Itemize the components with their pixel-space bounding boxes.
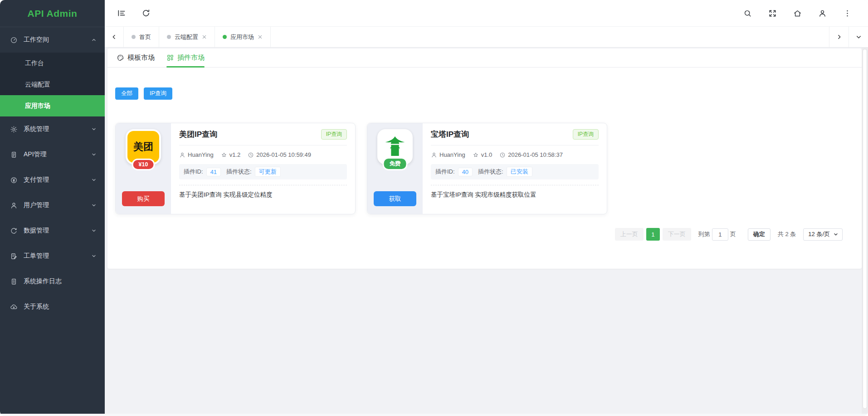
tabs-scroll-left-icon[interactable]: [105, 27, 123, 47]
sidebar: API Admin 工作空间 工作台 云端配置 应用市场: [0, 0, 105, 414]
plugin-status-label: 插件状态:: [226, 168, 252, 176]
chevron-down-icon: [91, 152, 97, 157]
chevron-down-icon: [833, 232, 839, 237]
buy-button[interactable]: 购买: [122, 191, 165, 206]
page-number-1[interactable]: 1: [646, 228, 660, 241]
star-icon: [221, 152, 227, 158]
tab-app-market[interactable]: 应用市场: [215, 27, 271, 47]
tabs-scroll-right-icon[interactable]: [829, 27, 848, 47]
sidebar-item-api-mgmt[interactable]: API管理: [0, 142, 105, 167]
sidebar-item-label: API管理: [24, 150, 47, 159]
sidebar-item-ticket-mgmt[interactable]: 工单管理: [0, 243, 105, 269]
plugin-status-label: 插件状态:: [478, 168, 503, 176]
scrollbar-thumb[interactable]: [863, 49, 867, 409]
clock-icon: [248, 152, 254, 158]
sidebar-item-label: 用户管理: [24, 201, 49, 209]
home-icon[interactable]: [793, 9, 802, 18]
clock-icon: [499, 152, 506, 158]
data-sync-icon: [10, 227, 18, 235]
category-filters: 全部 IP查询: [115, 87, 862, 100]
app-window: API Admin 工作空间 工作台 云端配置 应用市场: [0, 0, 868, 416]
window-bottom-edge: [0, 414, 868, 416]
market-tab-label: 模板市场: [127, 53, 155, 62]
close-icon[interactable]: [258, 34, 263, 39]
page-size-select[interactable]: 12 条/页: [803, 228, 843, 241]
plugin-info-bar: 插件ID: 41 插件状态: 可更新: [179, 164, 347, 179]
sidebar-item-label: 支付管理: [24, 176, 49, 184]
sidebar-item-workspace[interactable]: 工作空间: [0, 27, 105, 53]
sidebar-item-system-mgmt[interactable]: 系统管理: [0, 116, 105, 142]
tab-status-dot: [132, 35, 136, 39]
content-area: 模板市场 插件市场 全部 IP查询: [105, 48, 868, 414]
next-page-button[interactable]: 下一页: [663, 228, 691, 241]
plugin-description: 基于美团IP查询 实现县级定位精度: [179, 191, 347, 199]
plugin-id-value: 40: [458, 168, 473, 176]
close-icon[interactable]: [202, 34, 207, 39]
dashboard-icon: [10, 36, 18, 44]
plugin-version: v1.2: [229, 151, 241, 158]
plugin-card-body: 美团IP查询 IP查询 HuanYing: [171, 123, 355, 214]
price-badge: ¥10: [132, 159, 155, 170]
sidebar-item-user-mgmt[interactable]: 用户管理: [0, 193, 105, 218]
tab-home[interactable]: 首页: [123, 27, 159, 47]
ticket-icon: [10, 252, 18, 260]
sidebar-item-label: 系统操作日志: [24, 277, 62, 285]
plugin-author: HuanYing: [439, 151, 465, 158]
tabs-menu-dropdown-icon[interactable]: [848, 27, 868, 47]
filter-ip-query-button[interactable]: IP查询: [144, 87, 172, 100]
fullscreen-icon[interactable]: [768, 9, 777, 18]
free-badge: 免费: [383, 157, 408, 170]
plugin-meta: HuanYing v1.2 2026-01-05 1: [179, 151, 347, 158]
plugin-id-label: 插件ID:: [435, 168, 455, 176]
tab-cloud-config[interactable]: 云端配置: [159, 27, 215, 47]
chevron-down-icon: [91, 126, 97, 132]
tab-template-market[interactable]: 模板市场: [117, 48, 155, 67]
meituan-logo: 美团: [127, 131, 159, 163]
prev-page-button[interactable]: 上一页: [615, 228, 644, 241]
sidebar-fold-icon[interactable]: [117, 9, 126, 18]
confirm-button[interactable]: 确定: [748, 228, 770, 241]
profile-icon[interactable]: [818, 9, 827, 18]
goto-suffix-label: 页: [730, 230, 736, 238]
plugin-updated: 2026-01-05 10:59:49: [256, 151, 311, 158]
author-icon: [431, 152, 437, 158]
chevron-up-icon: [91, 37, 97, 43]
sidebar-item-workbench[interactable]: 工作台: [0, 53, 105, 74]
dashed-divider: [179, 185, 347, 185]
plugin-title: 宝塔IP查询: [431, 129, 469, 140]
search-icon[interactable]: [743, 9, 752, 18]
plugin-card-left: 美团 ¥10 购买: [116, 123, 171, 214]
refresh-icon[interactable]: [141, 9, 151, 18]
market-tabs: 模板市场 插件市场: [107, 48, 862, 68]
main-area: 首页 云端配置 应用市场: [105, 0, 868, 414]
chevron-down-icon: [91, 253, 97, 259]
plugin-status-value[interactable]: 可更新: [255, 167, 281, 177]
user-icon: [10, 202, 18, 209]
chevron-down-icon: [91, 177, 97, 183]
sidebar-item-app-market[interactable]: 应用市场: [0, 95, 105, 116]
app-logo: API Admin: [0, 0, 105, 27]
page-tabs: 首页 云端配置 应用市场: [123, 27, 271, 47]
goto-page-input[interactable]: [712, 228, 728, 241]
more-menu-icon[interactable]: [843, 9, 852, 18]
sidebar-item-about-system[interactable]: 关于系统: [0, 294, 105, 319]
chevron-down-icon: [91, 203, 97, 208]
page-tabbar: 首页 云端配置 应用市场: [105, 27, 868, 48]
plugin-id-label: 插件ID:: [184, 168, 203, 176]
tab-label: 云端配置: [175, 33, 198, 41]
get-button[interactable]: 获取: [374, 191, 416, 206]
sidebar-item-data-mgmt[interactable]: 数据管理: [0, 218, 105, 243]
pay-icon: [10, 176, 18, 184]
tab-label: 首页: [139, 33, 151, 41]
sidebar-item-operation-log[interactable]: 系统操作日志: [0, 269, 105, 294]
tab-status-dot: [167, 35, 171, 39]
plugin-meta: HuanYing v1.0 2026-01-05 1: [431, 151, 599, 158]
sidebar-item-payment-mgmt[interactable]: 支付管理: [0, 167, 105, 193]
scrollbar[interactable]: [862, 48, 868, 414]
tab-plugin-market[interactable]: 插件市场: [166, 48, 205, 67]
plugin-status-value[interactable]: 已安装: [507, 167, 532, 177]
filter-all-button[interactable]: 全部: [115, 87, 138, 100]
author-icon: [179, 152, 185, 158]
chevron-down-icon: [91, 228, 97, 233]
sidebar-item-cloud-config[interactable]: 云端配置: [0, 74, 105, 95]
